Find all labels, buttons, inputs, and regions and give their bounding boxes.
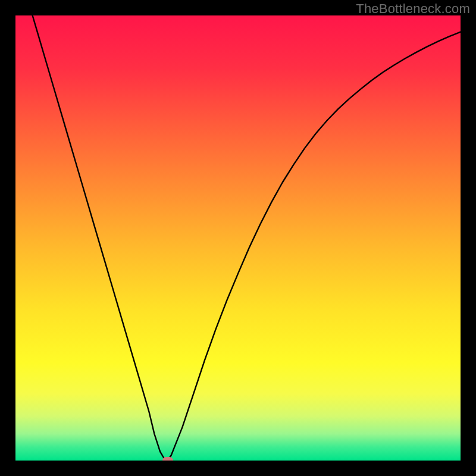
watermark-text: TheBottleneck.com — [356, 1, 470, 17]
minimum-marker — [162, 457, 173, 461]
curve-line — [15, 15, 461, 461]
chart-plot — [15, 15, 461, 461]
chart-frame — [15, 15, 461, 461]
